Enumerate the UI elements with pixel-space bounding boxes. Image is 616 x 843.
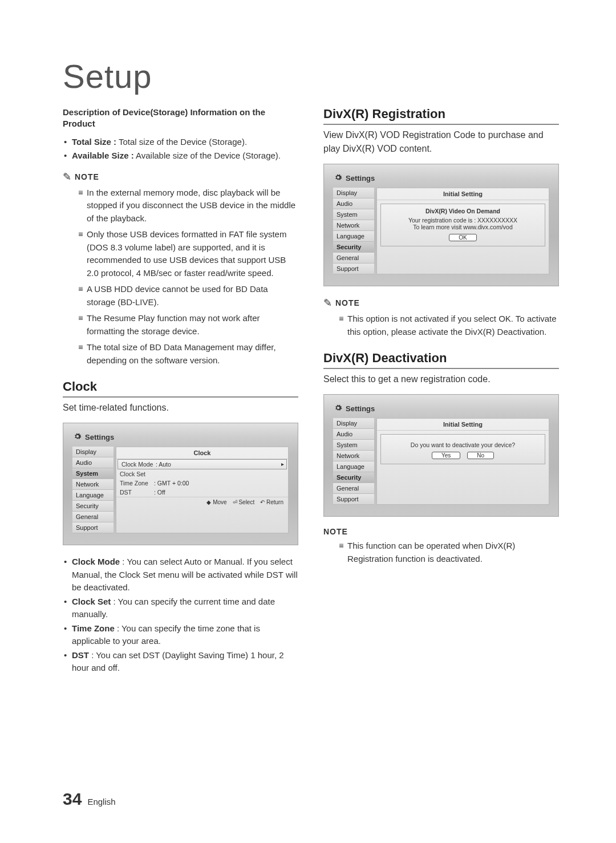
note-list: In the external memory mode, disc playba… <box>63 187 298 367</box>
osd-header: Settings <box>330 170 553 188</box>
clock-items: Clock Mode : You can select Auto or Manu… <box>63 556 298 675</box>
left-column: Description of Device(Storage) Informati… <box>63 107 298 683</box>
note-item: Only those USB devices formatted in FAT … <box>79 228 298 279</box>
osd-title: Settings <box>346 404 375 413</box>
right-column: DivX(R) Registration View DivX(R) VOD Re… <box>323 107 559 683</box>
side-item[interactable]: Display <box>333 188 374 198</box>
side-item[interactable]: System <box>333 209 374 220</box>
page-footer: 34 English <box>63 789 116 809</box>
panel-title: Initial Setting <box>377 189 549 200</box>
note-label: NOTE <box>335 298 360 307</box>
note-item: This option is not activated if you sele… <box>339 313 559 338</box>
side-item[interactable]: Language <box>72 490 114 501</box>
chevron-right-icon: ▸ <box>281 461 284 467</box>
note-label: NOTE <box>323 527 348 536</box>
divx-deact-osd: Settings Display Audio System Network La… <box>323 394 559 517</box>
osd-side-menu: Display Audio System Network Language Se… <box>333 188 374 274</box>
side-item[interactable]: Display <box>333 418 374 429</box>
side-item[interactable]: General <box>72 512 114 522</box>
side-item-selected[interactable]: Security <box>333 242 374 253</box>
side-item[interactable]: Audio <box>333 198 374 209</box>
storage-list: Total Size : Total size of the Device (S… <box>63 136 298 163</box>
note-list: This option is not activated if you sele… <box>323 313 559 338</box>
clock-heading: Clock <box>63 379 298 398</box>
side-item[interactable]: General <box>333 483 374 494</box>
osd-footer: ◆ Move ⏎ Select ↶ Return <box>116 497 288 507</box>
note-label: NOTE <box>75 172 99 181</box>
note-item: This function can be operated when DivX(… <box>339 540 559 565</box>
side-item[interactable]: Language <box>333 231 374 242</box>
clock-item: Time Zone : You can specify the time zon… <box>63 622 298 648</box>
side-item-selected[interactable]: Security <box>333 472 374 483</box>
note-item: The total size of BD Data Management may… <box>79 341 298 367</box>
clock-item: Clock Mode : You can select Auto or Manu… <box>63 556 298 594</box>
storage-heading: Description of Device(Storage) Informati… <box>63 107 298 130</box>
divx-deact-body: Select this to get a new registration co… <box>323 372 559 386</box>
select-hint: ⏎ Select <box>233 499 255 505</box>
osd-header: Settings <box>330 400 553 418</box>
gear-icon <box>74 432 82 442</box>
note-item: A USB HDD device cannot be used for BD D… <box>79 283 298 309</box>
dst-row[interactable]: DST: Off <box>116 488 288 497</box>
osd-title: Settings <box>346 174 375 183</box>
side-item[interactable]: Network <box>72 479 114 490</box>
pencil-icon: ✎ <box>323 297 332 309</box>
clock-set-row[interactable]: Clock Set <box>116 469 288 479</box>
note-heading: NOTE <box>323 527 559 536</box>
osd-panel: Initial Setting DivX(R) Video On Demand … <box>376 188 549 274</box>
gear-icon <box>334 404 342 414</box>
osd-title: Settings <box>85 433 114 441</box>
return-hint: ↶ Return <box>260 499 283 505</box>
no-button[interactable]: No <box>467 452 494 459</box>
clock-body: Set time-related functions. <box>63 401 298 415</box>
note-list: This function can be operated when DivX(… <box>323 540 559 565</box>
note-heading: ✎ NOTE <box>63 171 298 183</box>
panel-title: Clock <box>116 448 288 459</box>
side-item[interactable]: General <box>333 253 374 264</box>
side-item[interactable]: Network <box>333 220 374 231</box>
clock-osd: Settings Display Audio System Network La… <box>63 423 298 545</box>
dialog-text: Do you want to deactivate your device? <box>386 441 540 448</box>
storage-item: Available Size : Available size of the D… <box>63 149 298 163</box>
osd-side-menu: Display Audio System Network Language Se… <box>333 418 374 505</box>
side-item-selected[interactable]: System <box>72 468 114 479</box>
side-item[interactable]: System <box>333 440 374 451</box>
divx-deact-dialog: Do you want to deactivate your device? Y… <box>380 434 545 464</box>
storage-item: Total Size : Total size of the Device (S… <box>63 136 298 149</box>
page-title: Setup <box>63 57 559 95</box>
clock-mode-row[interactable]: Clock Mode: Auto▸ <box>117 459 287 469</box>
divx-deact-heading: DivX(R) Deactivation <box>323 351 559 369</box>
side-item[interactable]: Audio <box>333 429 374 440</box>
panel-title: Initial Setting <box>377 420 549 431</box>
pencil-icon: ✎ <box>63 171 71 183</box>
ok-button[interactable]: OK <box>449 234 476 241</box>
clock-item: DST : You can set DST (Daylight Saving T… <box>63 649 298 675</box>
osd-panel: Clock Clock Mode: Auto▸ Clock Set Time Z… <box>116 447 289 533</box>
time-zone-row[interactable]: Time Zone: GMT + 0:00 <box>116 479 288 488</box>
side-item[interactable]: Support <box>333 494 374 505</box>
osd-side-menu: Display Audio System Network Language Se… <box>72 447 114 533</box>
divx-reg-heading: DivX(R) Registration <box>323 107 559 125</box>
osd-header: Settings <box>69 429 292 447</box>
page-number: 34 <box>63 789 82 809</box>
dialog-line: Your registration code is : XXXXXXXXXX <box>386 217 540 224</box>
clock-item: Clock Set : You can specify the current … <box>63 595 298 621</box>
yes-button[interactable]: Yes <box>432 452 460 459</box>
move-hint: ◆ Move <box>206 499 226 505</box>
osd-panel: Initial Setting Do you want to deactivat… <box>376 418 549 505</box>
dialog-line: To learn more visit www.divx.com/vod <box>386 224 540 230</box>
note-item: The Resume Play function may not work af… <box>79 312 298 338</box>
note-item: In the external memory mode, disc playba… <box>79 187 298 225</box>
gear-icon <box>334 173 342 183</box>
page-language: English <box>87 797 115 806</box>
side-item[interactable]: Audio <box>72 457 114 468</box>
side-item[interactable]: Support <box>333 264 374 274</box>
divx-reg-body: View DivX(R) VOD Registration Code to pu… <box>323 128 559 156</box>
divx-reg-dialog: DivX(R) Video On Demand Your registratio… <box>380 204 545 246</box>
side-item[interactable]: Network <box>333 451 374 461</box>
note-heading: ✎ NOTE <box>323 297 559 309</box>
side-item[interactable]: Language <box>333 461 374 472</box>
side-item[interactable]: Display <box>72 447 114 457</box>
side-item[interactable]: Support <box>72 522 114 533</box>
side-item[interactable]: Security <box>72 501 114 512</box>
